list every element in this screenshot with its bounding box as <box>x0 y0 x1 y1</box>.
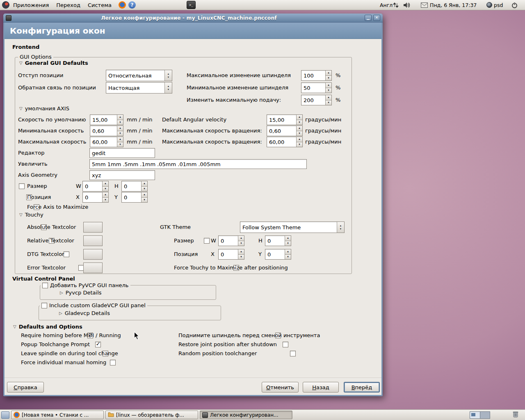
spin-value[interactable]: 0 <box>83 192 102 202</box>
spin-steppers[interactable]: ▴▾ <box>285 236 291 246</box>
spin-steppers[interactable]: ▴▾ <box>325 95 331 105</box>
default-velocity-spin[interactable]: 15,00 ▴▾ <box>90 114 123 125</box>
spin-up-icon[interactable]: ▴ <box>325 71 331 75</box>
spin-up-icon[interactable]: ▴ <box>325 83 331 88</box>
spin-up-icon[interactable]: ▴ <box>141 181 147 186</box>
increments-field[interactable]: 5mm 1mm .5mm .1mm .05mm .01mm .005mm <box>89 159 307 169</box>
spin-steppers[interactable]: ▴▾ <box>117 137 123 147</box>
popup-toolchange-checkbox[interactable]: ✓ <box>95 342 101 347</box>
trash-icon[interactable] <box>512 411 519 419</box>
spin-down-icon[interactable]: ▾ <box>296 131 302 136</box>
spin-up-icon[interactable]: ▴ <box>325 95 331 100</box>
taskbar-window-filemanager[interactable]: [linux — обозреватель ф... <box>105 411 198 419</box>
combo-arrows[interactable]: ▴▾ <box>164 82 172 93</box>
touchy-size-h-spin[interactable]: 0 ▴▾ <box>265 235 291 246</box>
forward-button[interactable]: Вперёд <box>344 382 380 393</box>
workspace-switcher[interactable] <box>470 411 490 419</box>
spin-down-icon[interactable]: ▾ <box>117 120 123 125</box>
gtk-theme-combo[interactable]: Follow System Theme ▴▾ <box>240 221 345 233</box>
gladevcp-check-row[interactable]: Include custom GladeVCP GUI panel <box>40 302 147 309</box>
spin-steppers[interactable]: ▴▾ <box>117 115 123 125</box>
layout-switch-icon[interactable] <box>393 2 399 9</box>
spin-value[interactable]: 50 <box>301 83 325 93</box>
relative-textcolor-button[interactable] <box>83 235 103 246</box>
spin-down-icon[interactable]: ▾ <box>325 75 331 81</box>
cancel-button[interactable]: Отменить <box>262 382 299 393</box>
touchy-pos-y-spin[interactable]: 0 ▴▾ <box>265 249 291 260</box>
taskbar-window-firefox[interactable]: [Новая тема • Станки с ... <box>11 411 104 419</box>
spin-down-icon[interactable]: ▾ <box>325 88 331 93</box>
touchy-pos-x-spin[interactable]: 0 ▴▾ <box>218 249 244 260</box>
feed-override-spin[interactable]: 200 ▴▾ <box>301 95 332 105</box>
editor-field[interactable]: gedit <box>89 148 155 158</box>
spin-steppers[interactable]: ▴▾ <box>296 115 302 125</box>
spin-steppers[interactable]: ▴▾ <box>102 181 108 191</box>
angular-max-spin[interactable]: 60,00 ▴▾ <box>267 137 303 147</box>
spin-value[interactable]: 15,00 <box>90 115 117 125</box>
spin-value[interactable]: 0 <box>83 181 102 191</box>
spin-down-icon[interactable]: ▾ <box>141 197 147 203</box>
spin-up-icon[interactable]: ▴ <box>238 249 244 254</box>
workspace-1[interactable] <box>470 412 480 418</box>
axis-geometry-field[interactable]: xyz <box>89 170 155 180</box>
spin-value[interactable]: 0 <box>265 236 285 246</box>
angular-min-spin[interactable]: 0,60 ▴▾ <box>267 126 303 136</box>
close-button[interactable]: ✕ <box>373 15 380 21</box>
position-offset-combo[interactable]: Относительная ▴▾ <box>106 70 172 81</box>
back-button[interactable]: Назад <box>303 382 339 393</box>
touchy-expander[interactable]: ▽ Touchy <box>19 212 43 218</box>
spindle-min-spin[interactable]: 50 ▴▾ <box>301 82 332 93</box>
spindle-max-spin[interactable]: 100 ▴▾ <box>301 70 332 81</box>
combo-arrows[interactable]: ▴▾ <box>337 222 344 233</box>
spin-down-icon[interactable]: ▾ <box>102 197 108 203</box>
spin-value[interactable]: 0 <box>219 249 238 259</box>
power-icon[interactable] <box>511 2 518 10</box>
spin-down-icon[interactable]: ▾ <box>238 254 244 260</box>
random-toolchanger-checkbox[interactable] <box>290 351 296 356</box>
spin-down-icon[interactable]: ▾ <box>325 100 331 105</box>
clock[interactable]: Пнд, 6 Янв, 17:37 <box>430 2 477 8</box>
max-velocity-spin[interactable]: 60,00 ▴▾ <box>90 137 123 147</box>
spin-up-icon[interactable]: ▴ <box>102 192 108 197</box>
spin-value[interactable]: 0 <box>122 181 141 191</box>
spin-value[interactable]: 100 <box>301 71 325 80</box>
axis-pos-y-spin[interactable]: 0 ▴▾ <box>121 192 148 203</box>
spin-steppers[interactable]: ▴▾ <box>296 126 302 136</box>
spin-steppers[interactable]: ▴▾ <box>285 249 291 259</box>
spin-up-icon[interactable]: ▴ <box>296 137 302 142</box>
taskbar-window-pncconf[interactable]: Легкое конфигурирован... <box>200 411 292 419</box>
spin-steppers[interactable]: ▴▾ <box>141 181 147 191</box>
spin-down-icon[interactable]: ▾ <box>296 142 302 147</box>
window-titlebar[interactable]: Легкое конфигурирование - my_LinuxCNC_ma… <box>3 14 383 23</box>
spin-up-icon[interactable]: ▴ <box>238 236 244 241</box>
spin-down-icon[interactable]: ▾ <box>141 186 147 192</box>
spin-value[interactable]: 60,00 <box>90 137 117 147</box>
pyvcp-check-row[interactable]: Добавить PyVCP GUI панель <box>41 282 130 289</box>
spin-up-icon[interactable]: ▴ <box>117 137 123 142</box>
general-gui-defaults-expander[interactable]: ▽ General GUI Defaults <box>19 60 88 66</box>
spin-value[interactable]: 0 <box>122 192 141 202</box>
spin-steppers[interactable]: ▴▾ <box>141 192 147 202</box>
min-velocity-spin[interactable]: 0,60 ▴▾ <box>90 126 123 136</box>
spin-value[interactable]: 0 <box>265 249 285 259</box>
spin-down-icon[interactable]: ▾ <box>285 241 291 246</box>
spin-up-icon[interactable]: ▴ <box>117 115 123 120</box>
axis-size-h-spin[interactable]: 0 ▴▾ <box>121 181 148 192</box>
angular-velocity-spin[interactable]: 15,00 ▴▾ <box>267 114 303 125</box>
gladevcp-checkbox[interactable] <box>41 303 47 308</box>
spin-down-icon[interactable]: ▾ <box>117 142 123 147</box>
psd-applet-icon[interactable] <box>486 2 492 8</box>
spin-steppers[interactable]: ▴▾ <box>102 192 108 202</box>
spin-steppers[interactable]: ▴▾ <box>117 126 123 136</box>
minimize-button[interactable]: ▁ <box>365 15 372 21</box>
menu-system[interactable]: Система <box>84 0 115 10</box>
spin-down-icon[interactable]: ▾ <box>285 254 291 260</box>
spin-up-icon[interactable]: ▴ <box>296 115 302 120</box>
axis-size-checkbox[interactable] <box>19 183 25 189</box>
workspace-2[interactable] <box>480 412 490 418</box>
spin-up-icon[interactable]: ▴ <box>285 249 291 254</box>
spin-steppers[interactable]: ▴▾ <box>238 249 244 259</box>
spin-down-icon[interactable]: ▾ <box>102 186 108 192</box>
absolute-textcolor-button[interactable] <box>83 222 103 233</box>
spin-down-icon[interactable]: ▾ <box>238 241 244 246</box>
